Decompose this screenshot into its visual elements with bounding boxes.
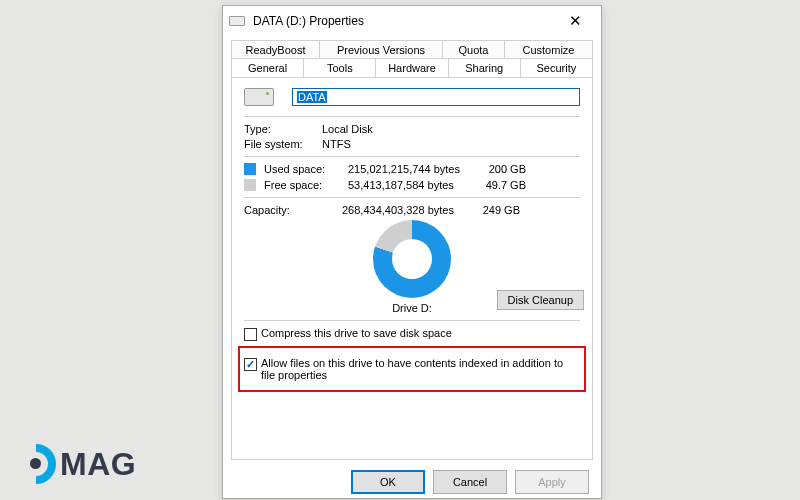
watermark-icon bbox=[16, 444, 56, 484]
drive-icon bbox=[229, 16, 245, 26]
disk-cleanup-button[interactable]: Disk Cleanup bbox=[497, 290, 584, 310]
highlight-annotation: Allow files on this drive to have conten… bbox=[238, 346, 586, 392]
usage-pie-chart bbox=[373, 220, 451, 298]
free-label: Free space: bbox=[264, 179, 342, 191]
window-title: DATA (D:) Properties bbox=[253, 14, 555, 28]
tab-general[interactable]: General bbox=[231, 58, 304, 77]
drive-icon-large bbox=[244, 88, 274, 106]
drive-label: Drive D: bbox=[392, 302, 432, 314]
index-checkbox[interactable] bbox=[244, 358, 257, 371]
used-hr: 200 GB bbox=[474, 163, 534, 175]
apply-button[interactable]: Apply bbox=[515, 470, 589, 494]
tab-security[interactable]: Security bbox=[521, 58, 593, 77]
compress-checkbox[interactable] bbox=[244, 328, 257, 341]
watermark-logo: MAG bbox=[16, 444, 136, 484]
index-checkbox-row[interactable]: Allow files on this drive to have conten… bbox=[244, 357, 580, 381]
tab-sharing[interactable]: Sharing bbox=[449, 58, 521, 77]
free-hr: 49.7 GB bbox=[474, 179, 534, 191]
compress-checkbox-row[interactable]: Compress this drive to save disk space bbox=[244, 327, 580, 341]
index-label: Allow files on this drive to have conten… bbox=[261, 357, 580, 381]
filesystem-value: NTFS bbox=[322, 138, 351, 150]
free-swatch bbox=[244, 179, 256, 191]
used-swatch bbox=[244, 163, 256, 175]
tab-customize[interactable]: Customize bbox=[505, 40, 593, 59]
type-value: Local Disk bbox=[322, 123, 373, 135]
ok-button[interactable]: OK bbox=[351, 470, 425, 494]
tab-quota[interactable]: Quota bbox=[443, 40, 505, 59]
used-label: Used space: bbox=[264, 163, 342, 175]
tab-readyboost[interactable]: ReadyBoost bbox=[231, 40, 320, 59]
dialog-button-row: OK Cancel Apply bbox=[223, 466, 601, 498]
tab-previous-versions[interactable]: Previous Versions bbox=[320, 40, 443, 59]
used-bytes: 215,021,215,744 bytes bbox=[348, 163, 468, 175]
close-button[interactable]: ✕ bbox=[555, 7, 595, 35]
tab-strip: ReadyBoost Previous Versions Quota Custo… bbox=[223, 36, 601, 77]
properties-dialog: DATA (D:) Properties ✕ ReadyBoost Previo… bbox=[222, 5, 602, 499]
capacity-bytes: 268,434,403,328 bytes bbox=[342, 204, 462, 216]
type-label: Type: bbox=[244, 123, 322, 135]
tab-panel-general: DATA Type: Local Disk File system: NTFS … bbox=[231, 77, 593, 460]
tab-hardware[interactable]: Hardware bbox=[376, 58, 448, 77]
volume-label-input[interactable]: DATA bbox=[292, 88, 580, 106]
capacity-label: Capacity: bbox=[244, 204, 336, 216]
titlebar[interactable]: DATA (D:) Properties ✕ bbox=[223, 6, 601, 36]
watermark-text: MAG bbox=[60, 446, 136, 483]
tab-tools[interactable]: Tools bbox=[304, 58, 376, 77]
free-bytes: 53,413,187,584 bytes bbox=[348, 179, 468, 191]
capacity-hr: 249 GB bbox=[468, 204, 528, 216]
filesystem-label: File system: bbox=[244, 138, 322, 150]
compress-label: Compress this drive to save disk space bbox=[261, 327, 452, 339]
cancel-button[interactable]: Cancel bbox=[433, 470, 507, 494]
